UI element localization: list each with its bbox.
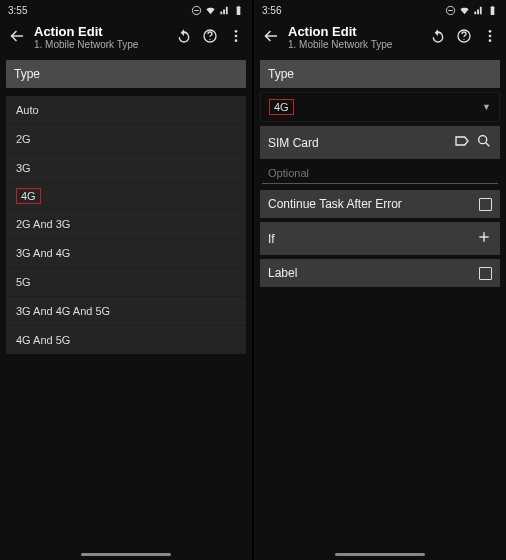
help-button[interactable] [202,28,218,47]
back-button[interactable] [262,27,280,48]
nav-bar-hint [335,553,425,556]
plus-icon [476,229,492,245]
help-icon [202,28,218,44]
if-add-button[interactable] [476,229,492,248]
undo-button[interactable] [430,28,446,47]
simcard-input[interactable]: Optional [262,163,498,184]
overflow-button[interactable] [482,28,498,47]
type-options-list: Auto2G3G4G2G And 3G3G And 4G5G3G And 4G … [6,96,246,354]
type-option[interactable]: 3G And 4G And 5G [6,296,246,325]
svg-rect-2 [237,6,241,14]
type-option[interactable]: 2G And 3G [6,209,246,238]
titlebar: Action Edit 1. Mobile Network Type [0,20,252,56]
type-value: 4G [269,99,294,115]
status-time: 3:55 [8,5,27,16]
dnd-icon [445,5,456,16]
screen-type-picker: 3:55 Action Edit 1. Mobile Network Type [0,0,252,560]
signal-icon [473,5,484,16]
back-arrow-icon [262,27,280,45]
screen-action-edit: 3:56 Action Edit 1. Mobile Network Type [254,0,506,560]
simcard-row[interactable]: SIM Card [260,126,500,159]
continue-checkbox[interactable] [479,198,492,211]
search-icon [476,133,492,149]
svg-rect-1 [194,10,199,11]
if-label: If [268,232,476,246]
more-vert-icon [482,28,498,44]
status-bar: 3:56 [254,0,506,20]
svg-point-7 [235,34,238,37]
page-title: Action Edit [288,24,422,39]
titlebar: Action Edit 1. Mobile Network Type [254,20,506,56]
type-label: Type [14,67,238,81]
tag-icon [454,133,470,149]
svg-point-6 [235,30,238,33]
wifi-icon [459,5,470,16]
search-button[interactable] [476,133,492,152]
page-subtitle: 1. Mobile Network Type [288,39,422,50]
undo-icon [430,28,446,44]
type-option[interactable]: 3G And 4G [6,238,246,267]
dropdown-caret-icon: ▼ [482,102,491,112]
status-time: 3:56 [262,5,281,16]
continue-label: Continue Task After Error [268,197,479,211]
svg-point-8 [235,39,238,42]
type-label: Type [268,67,492,81]
undo-icon [176,28,192,44]
more-vert-icon [228,28,244,44]
page-subtitle: 1. Mobile Network Type [34,39,168,50]
tag-button[interactable] [454,133,470,152]
svg-rect-11 [491,6,495,14]
continue-row[interactable]: Continue Task After Error [260,190,500,218]
dnd-icon [191,5,202,16]
type-header: Type [6,60,246,88]
back-arrow-icon [8,27,26,45]
svg-rect-10 [448,10,453,11]
help-icon [456,28,472,44]
battery-icon [233,5,244,16]
type-option[interactable]: 3G [6,153,246,182]
svg-rect-12 [492,5,494,6]
label-row[interactable]: Label [260,259,500,287]
type-option[interactable]: 5G [6,267,246,296]
svg-point-17 [489,39,492,42]
battery-icon [487,5,498,16]
wifi-icon [205,5,216,16]
type-option[interactable]: 2G [6,124,246,153]
label-checkbox[interactable] [479,267,492,280]
label-label: Label [268,266,479,280]
svg-rect-3 [238,5,240,6]
if-row[interactable]: If [260,222,500,255]
nav-bar-hint [81,553,171,556]
type-option[interactable]: 4G And 5G [6,325,246,354]
page-title: Action Edit [34,24,168,39]
overflow-button[interactable] [228,28,244,47]
placeholder-text: Optional [268,167,309,179]
help-button[interactable] [456,28,472,47]
type-option[interactable]: Auto [6,96,246,124]
type-option-label: 4G [16,188,41,204]
undo-button[interactable] [176,28,192,47]
type-option[interactable]: 4G [6,182,246,209]
type-dropdown[interactable]: 4G ▼ [260,92,500,122]
svg-point-15 [489,30,492,33]
svg-point-16 [489,34,492,37]
svg-point-18 [479,136,487,144]
svg-point-14 [463,38,464,39]
type-header: Type [260,60,500,88]
back-button[interactable] [8,27,26,48]
status-bar: 3:55 [0,0,252,20]
signal-icon [219,5,230,16]
simcard-label: SIM Card [268,136,454,150]
svg-point-5 [209,38,210,39]
